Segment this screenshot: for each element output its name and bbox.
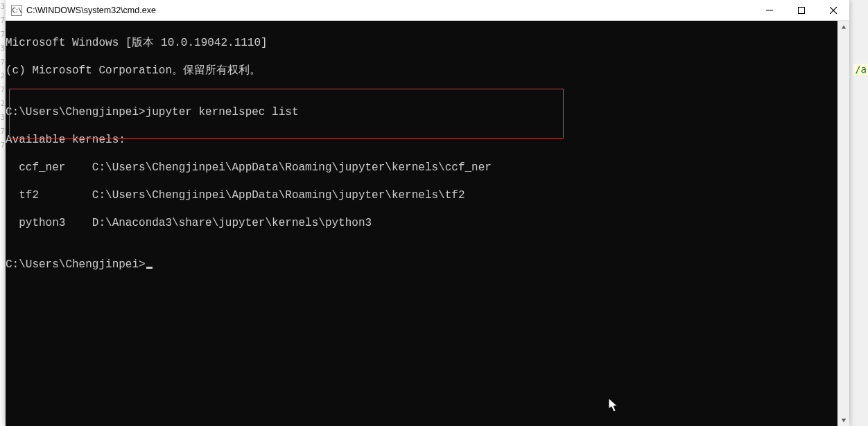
minimize-button[interactable] bbox=[754, 0, 785, 20]
close-button[interactable] bbox=[817, 0, 849, 20]
terminal-line: Available kernels: bbox=[6, 133, 849, 147]
window-title: C:\WINDOWS\system32\cmd.exe bbox=[26, 6, 754, 15]
terminal-cursor bbox=[146, 267, 153, 269]
svg-rect-1 bbox=[799, 7, 805, 13]
vertical-scrollbar[interactable] bbox=[837, 21, 849, 426]
prompt-path: C:\Users\Chengjinpei> bbox=[6, 106, 146, 118]
cmd-window: C:\ C:\WINDOWS\system32\cmd.exe Microsof… bbox=[6, 0, 849, 426]
kernel-name: ccf_ner bbox=[19, 161, 65, 174]
terminal-line: (c) Microsoft Corporation。保留所有权利。 bbox=[6, 64, 849, 78]
svg-marker-5 bbox=[841, 418, 845, 422]
terminal-prompt-line: C:\Users\Chengjinpei> bbox=[6, 258, 849, 272]
editor-gutter-line-numbers: 3 7 7 3 7 2 7 2 3 7 7 bbox=[0, 0, 6, 426]
kernel-row: python3 D:\Anaconda3\share\jupyter\kerne… bbox=[6, 216, 849, 230]
window-titlebar[interactable]: C:\ C:\WINDOWS\system32\cmd.exe bbox=[6, 0, 849, 21]
svg-marker-4 bbox=[841, 25, 845, 28]
terminal-line: Microsoft Windows [版本 10.0.19042.1110] bbox=[6, 36, 849, 50]
scrollbar-down-arrow-icon[interactable] bbox=[837, 414, 849, 426]
kernel-path: C:\Users\Chengjinpei\AppData\Roaming\jup… bbox=[92, 189, 465, 202]
kernel-path: D:\Anaconda3\share\jupyter\kernels\pytho… bbox=[92, 217, 372, 229]
kernel-row: ccf_ner C:\Users\Chengjinpei\AppData\Roa… bbox=[6, 161, 849, 175]
terminal-prompt-line: C:\Users\Chengjinpei>jupyter kernelspec … bbox=[6, 105, 849, 119]
prompt-command: jupyter kernelspec list bbox=[146, 106, 299, 118]
right-side-code-fragment: /a bbox=[853, 64, 868, 75]
scrollbar-track[interactable] bbox=[837, 33, 849, 414]
kernel-name: tf2 bbox=[19, 189, 39, 202]
maximize-button[interactable] bbox=[785, 0, 817, 20]
kernel-path: C:\Users\Chengjinpei\AppData\Roaming\jup… bbox=[92, 161, 492, 174]
scrollbar-up-arrow-icon[interactable] bbox=[837, 21, 849, 33]
prompt-path: C:\Users\Chengjinpei> bbox=[6, 258, 146, 271]
cmd-app-icon: C:\ bbox=[11, 5, 22, 16]
terminal-body[interactable]: Microsoft Windows [版本 10.0.19042.1110] (… bbox=[6, 21, 849, 426]
kernel-row: tf2 C:\Users\Chengjinpei\AppData\Roaming… bbox=[6, 188, 849, 202]
kernel-name: python3 bbox=[19, 217, 65, 229]
